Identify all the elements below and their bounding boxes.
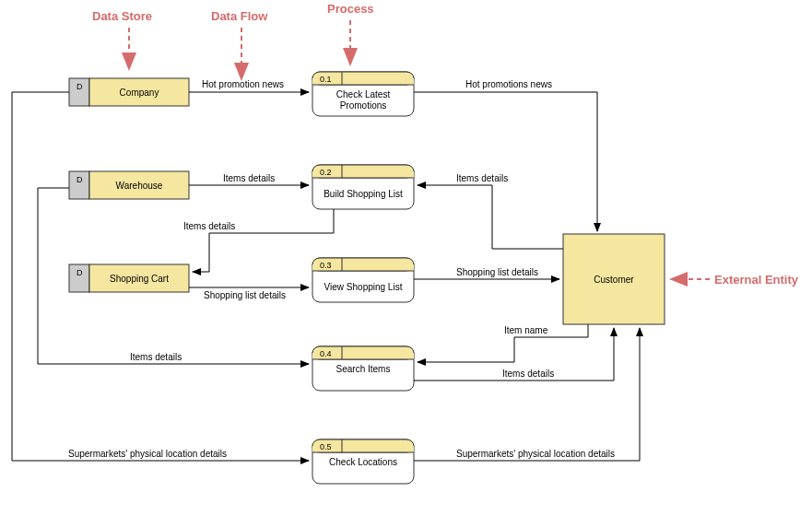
process-check-latest-promotions: 0.1 Check Latest Promotions <box>312 72 414 116</box>
svg-text:Search Items: Search Items <box>336 364 391 374</box>
process-search-items: 0.4 Search Items <box>312 346 414 391</box>
svg-text:D: D <box>76 268 83 277</box>
svg-text:Build Shopping List: Build Shopping List <box>324 189 403 199</box>
flow-label: Items details <box>130 352 182 362</box>
svg-text:Check Locations: Check Locations <box>329 457 397 467</box>
svg-text:D: D <box>76 82 83 91</box>
svg-text:Shopping Cart: Shopping Cart <box>110 274 169 284</box>
datastore-warehouse: D Warehouse <box>69 171 189 199</box>
flow-label: Items details <box>456 173 508 183</box>
process-check-locations: 0.5 Check Locations <box>312 439 414 484</box>
datastore-company: D Company <box>69 78 189 106</box>
flow-label: Items details <box>223 173 275 183</box>
svg-text:Check Latest: Check Latest <box>336 89 391 100</box>
svg-text:0.2: 0.2 <box>320 168 332 177</box>
flow-label: Shopping list details <box>456 267 538 277</box>
datastore-shopping-cart: D Shopping Cart <box>69 264 189 292</box>
process-build-shopping-list: 0.2 Build Shopping List <box>312 165 414 209</box>
entity-customer: Customer <box>563 234 665 324</box>
svg-text:Company: Company <box>120 88 159 98</box>
process-view-shopping-list: 0.3 View Shopping List <box>312 258 414 302</box>
svg-text:Promotions: Promotions <box>340 100 387 111</box>
flow-label: Hot promotion news <box>202 79 284 89</box>
svg-text:D: D <box>76 175 83 184</box>
svg-text:View Shopping List: View Shopping List <box>324 282 403 292</box>
flow-label: Shopping list details <box>204 290 286 300</box>
svg-text:Customer: Customer <box>594 275 634 285</box>
flow-label: Supermarkets' physical location details <box>456 449 615 459</box>
flow-label: Items details <box>502 369 554 379</box>
svg-text:0.1: 0.1 <box>320 75 332 84</box>
flow-label: Items details <box>183 221 235 231</box>
svg-text:0.3: 0.3 <box>320 261 332 270</box>
svg-text:0.5: 0.5 <box>320 442 332 451</box>
svg-text:0.4: 0.4 <box>320 349 332 358</box>
flow-label: Item name <box>504 325 547 335</box>
svg-text:Warehouse: Warehouse <box>116 181 163 191</box>
flow-label: Hot promotions news <box>465 79 552 89</box>
flow-label: Supermarkets' physical location details <box>68 449 227 459</box>
